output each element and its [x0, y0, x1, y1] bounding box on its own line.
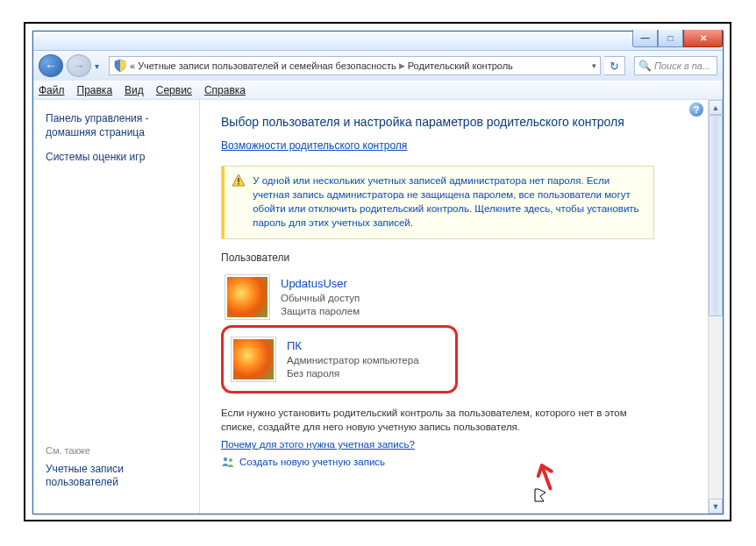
- cursor-annotation-icon: [531, 463, 563, 506]
- menu-file[interactable]: Файл: [39, 84, 65, 96]
- minimize-button[interactable]: —: [632, 30, 658, 47]
- user-password: Защита паролем: [281, 305, 360, 318]
- footer-text: Если нужно установить родительский контр…: [221, 406, 633, 434]
- window-body: Панель управления - домашняя страница Си…: [33, 100, 723, 514]
- menu-edit[interactable]: Правка: [77, 84, 113, 96]
- breadcrumb-current[interactable]: Родительский контроль: [408, 60, 513, 71]
- user-access: Обычный доступ: [281, 292, 360, 305]
- svg-point-2: [224, 457, 227, 461]
- search-placeholder: Поиск в па...: [654, 60, 710, 71]
- sidebar-home-link[interactable]: Панель управления - домашняя страница: [46, 112, 187, 139]
- menu-bar: Файл Правка Вид Сервис Справка: [33, 81, 723, 100]
- sidebar-ratings-link[interactable]: Системы оценки игр: [46, 151, 187, 165]
- forward-button[interactable]: →: [67, 54, 91, 77]
- screenshot-frame: — □ ✕ ← → ▾ « Учетные записи пользовател…: [24, 22, 731, 521]
- scroll-down-button[interactable]: ▼: [709, 499, 723, 514]
- breadcrumb-sep-icon: ▶: [399, 61, 405, 70]
- flower-icon: [233, 339, 274, 379]
- warning-panel[interactable]: У одной или нескольких учетных записей а…: [221, 166, 654, 239]
- create-account-link[interactable]: Создать новую учетную запись: [221, 455, 702, 469]
- why-account-link[interactable]: Почему для этого нужна учетная запись?: [221, 439, 702, 450]
- svg-rect-0: [238, 178, 239, 182]
- user-name: ПК: [287, 339, 419, 352]
- sidebar: Панель управления - домашняя страница Си…: [33, 100, 200, 514]
- breadcrumb-category[interactable]: Учетные записи пользователей и семейная …: [138, 60, 396, 71]
- window-controls: — □ ✕: [632, 30, 723, 47]
- close-button[interactable]: ✕: [683, 30, 723, 47]
- user-row-pk[interactable]: ПК Администратор компьютера Без пароля: [227, 331, 452, 387]
- sidebar-see-also-label: См. также: [46, 445, 187, 456]
- user-row-updatususer[interactable]: UpdatusUser Обычный доступ Защита пароле…: [221, 269, 624, 325]
- page-title: Выбор пользователя и настройка параметро…: [221, 114, 702, 131]
- menu-view[interactable]: Вид: [125, 84, 144, 96]
- capabilities-link[interactable]: Возможности родительского контроля: [221, 139, 407, 152]
- user-access: Администратор компьютера: [287, 354, 419, 367]
- search-input[interactable]: 🔍 Поиск в па...: [634, 56, 717, 75]
- address-dropdown[interactable]: ▾: [592, 61, 596, 70]
- help-button[interactable]: ?: [689, 103, 703, 117]
- address-bar[interactable]: « Учетные записи пользователей и семейна…: [109, 56, 601, 75]
- titlebar: — □ ✕: [33, 32, 723, 51]
- maximize-button[interactable]: □: [658, 30, 683, 47]
- menu-tools[interactable]: Сервис: [156, 84, 192, 96]
- warning-icon: [232, 174, 246, 188]
- highlight-annotation: ПК Администратор компьютера Без пароля: [221, 325, 458, 394]
- sidebar-user-accounts-link[interactable]: Учетные записи пользователей: [46, 463, 187, 490]
- scrollbar[interactable]: ▲ ▼: [708, 100, 723, 514]
- search-icon: 🔍: [638, 60, 652, 72]
- back-button[interactable]: ←: [39, 54, 63, 77]
- window: — □ ✕ ← → ▾ « Учетные записи пользовател…: [32, 31, 724, 514]
- content-area: ? Выбор пользователя и настройка парамет…: [200, 100, 723, 514]
- user-password: Без пароля: [287, 367, 419, 380]
- refresh-button[interactable]: ↻: [604, 56, 625, 75]
- users-label: Пользователи: [221, 252, 702, 264]
- scroll-up-button[interactable]: ▲: [709, 100, 723, 115]
- navigation-bar: ← → ▾ « Учетные записи пользователей и с…: [33, 51, 723, 81]
- shield-icon: [113, 59, 127, 73]
- avatar: [231, 337, 276, 382]
- scroll-thumb[interactable]: [709, 115, 723, 316]
- user-name: UpdatusUser: [281, 277, 360, 290]
- avatar: [225, 274, 270, 320]
- flower-icon: [227, 277, 267, 317]
- menu-help[interactable]: Справка: [204, 84, 246, 96]
- breadcrumb-back[interactable]: «: [130, 60, 135, 71]
- warning-text[interactable]: У одной или нескольких учетных записей а…: [253, 174, 645, 230]
- svg-point-3: [229, 458, 232, 462]
- people-icon: [221, 455, 235, 469]
- history-dropdown[interactable]: ▾: [95, 61, 105, 71]
- svg-rect-1: [238, 183, 239, 185]
- create-account-label: Создать новую учетную запись: [239, 457, 385, 467]
